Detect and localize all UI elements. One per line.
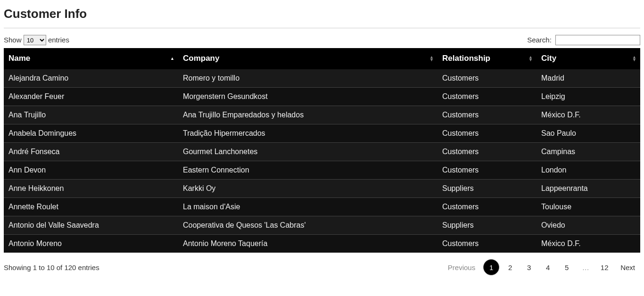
table-head-row: Name▲Company▲▼Relationship▲▼City▲▼ — [4, 48, 640, 69]
cell-company: Morgenstern Gesundkost — [178, 88, 438, 106]
cell-company: Gourmet Lanchonetes — [178, 143, 438, 161]
table-row[interactable]: Ana TrujilloAna Trujillo Emparedados y h… — [4, 106, 640, 124]
cell-city: México D.F. — [537, 106, 640, 124]
pager-previous[interactable]: Previous — [443, 259, 480, 275]
cell-relationship: Customers — [438, 161, 537, 180]
table-controls: Show 102550100 entries Search: — [4, 35, 640, 45]
column-header[interactable]: Company▲▼ — [178, 48, 438, 69]
search-label-text: Search: — [527, 36, 552, 44]
cell-city: London — [537, 161, 640, 180]
pager-page[interactable]: 5 — [559, 259, 575, 275]
cell-city: Lappeenranta — [537, 180, 640, 198]
cell-company: Eastern Connection — [178, 161, 438, 180]
column-label: City — [541, 54, 556, 63]
table-head: Name▲Company▲▼Relationship▲▼City▲▼ — [4, 48, 640, 69]
cell-city: Sao Paulo — [537, 124, 640, 143]
sort-icon: ▲ — [170, 57, 174, 60]
table-row[interactable]: Anne HeikkonenKarkki OySuppliersLappeenr… — [4, 180, 640, 198]
cell-company: Antonio Moreno Taquería — [178, 235, 438, 253]
cell-relationship: Customers — [438, 88, 537, 106]
table-row[interactable]: Antonio del Valle SaavedraCooperativa de… — [4, 216, 640, 235]
pager-page[interactable]: 2 — [502, 259, 518, 275]
cell-company: Ana Trujillo Emparedados y helados — [178, 106, 438, 124]
cell-name: Alexander Feuer — [4, 88, 178, 106]
cell-relationship: Customers — [438, 124, 537, 143]
search-label: Search: — [527, 36, 640, 44]
customer-table: Name▲Company▲▼Relationship▲▼City▲▼ Aleja… — [4, 48, 640, 253]
table-row[interactable]: Alexander FeuerMorgenstern GesundkostCus… — [4, 88, 640, 106]
pager-page[interactable]: 12 — [596, 259, 612, 275]
column-label: Company — [183, 54, 219, 63]
cell-city: Leipzig — [537, 88, 640, 106]
cell-relationship: Customers — [438, 235, 537, 253]
cell-city: Madrid — [537, 69, 640, 88]
cell-name: André Fonseca — [4, 143, 178, 161]
length-control: Show 102550100 entries — [4, 35, 69, 45]
length-label: Show 102550100 entries — [4, 36, 69, 44]
pager-next[interactable]: Next — [615, 259, 640, 275]
cell-city: Campinas — [537, 143, 640, 161]
table-body: Alejandra CaminoRomero y tomilloCustomer… — [4, 69, 640, 253]
cell-name: Ann Devon — [4, 161, 178, 180]
column-header[interactable]: City▲▼ — [537, 48, 640, 69]
length-prefix: Show — [4, 36, 22, 44]
cell-company: Cooperativa de Quesos 'Las Cabras' — [178, 216, 438, 235]
pager-page[interactable]: 4 — [540, 259, 556, 275]
cell-relationship: Customers — [438, 198, 537, 216]
cell-name: Ana Trujillo — [4, 106, 178, 124]
column-label: Name — [8, 54, 30, 63]
table-row[interactable]: Alejandra CaminoRomero y tomilloCustomer… — [4, 69, 640, 88]
table-row[interactable]: Anabela DominguesTradição HipermercadosC… — [4, 124, 640, 143]
cell-city: Toulouse — [537, 198, 640, 216]
table-row[interactable]: Antonio MorenoAntonio Moreno TaqueríaCus… — [4, 235, 640, 253]
cell-name: Antonio Moreno — [4, 235, 178, 253]
cell-name: Alejandra Camino — [4, 69, 178, 88]
cell-city: Oviedo — [537, 216, 640, 235]
cell-name: Annette Roulet — [4, 198, 178, 216]
pager: Previous12345…12Next — [443, 259, 640, 275]
cell-relationship: Customers — [438, 69, 537, 88]
sort-icon: ▲▼ — [528, 56, 533, 61]
cell-name: Antonio del Valle Saavedra — [4, 216, 178, 235]
length-select[interactable]: 102550100 — [24, 35, 46, 45]
table-row[interactable]: Ann DevonEastern ConnectionCustomersLond… — [4, 161, 640, 180]
pager-page[interactable]: 3 — [521, 259, 537, 275]
table-info: Showing 1 to 10 of 120 entries — [4, 263, 99, 271]
cell-city: México D.F. — [537, 235, 640, 253]
sort-icon: ▲▼ — [632, 56, 636, 61]
cell-relationship: Suppliers — [438, 216, 537, 235]
search-input[interactable] — [555, 35, 640, 45]
cell-name: Anabela Domingues — [4, 124, 178, 143]
cell-relationship: Customers — [438, 143, 537, 161]
page-title: Customer Info — [4, 7, 640, 21]
column-header[interactable]: Name▲ — [4, 48, 178, 69]
table-row[interactable]: André FonsecaGourmet LanchonetesCustomer… — [4, 143, 640, 161]
column-header[interactable]: Relationship▲▼ — [438, 48, 537, 69]
table-row[interactable]: Annette RouletLa maison d'AsieCustomersT… — [4, 198, 640, 216]
cell-company: Romero y tomillo — [178, 69, 438, 88]
sort-icon: ▲▼ — [429, 56, 434, 61]
column-label: Relationship — [442, 54, 490, 63]
table-footer: Showing 1 to 10 of 120 entries Previous1… — [4, 259, 640, 275]
cell-name: Anne Heikkonen — [4, 180, 178, 198]
cell-company: Karkki Oy — [178, 180, 438, 198]
search-control: Search: — [527, 35, 640, 45]
cell-company: La maison d'Asie — [178, 198, 438, 216]
cell-company: Tradição Hipermercados — [178, 124, 438, 143]
divider — [4, 28, 640, 28]
pager-ellipsis: … — [578, 259, 594, 275]
cell-relationship: Customers — [438, 106, 537, 124]
length-suffix: entries — [48, 36, 69, 44]
pager-page[interactable]: 1 — [483, 259, 499, 275]
cell-relationship: Suppliers — [438, 180, 537, 198]
